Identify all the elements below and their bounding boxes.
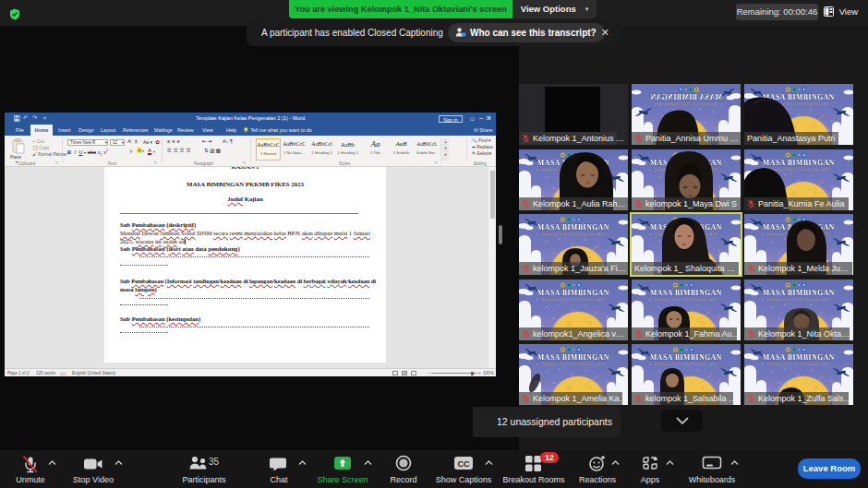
- svg-text:CC: CC: [458, 459, 470, 469]
- svg-text:35: 35: [209, 457, 220, 467]
